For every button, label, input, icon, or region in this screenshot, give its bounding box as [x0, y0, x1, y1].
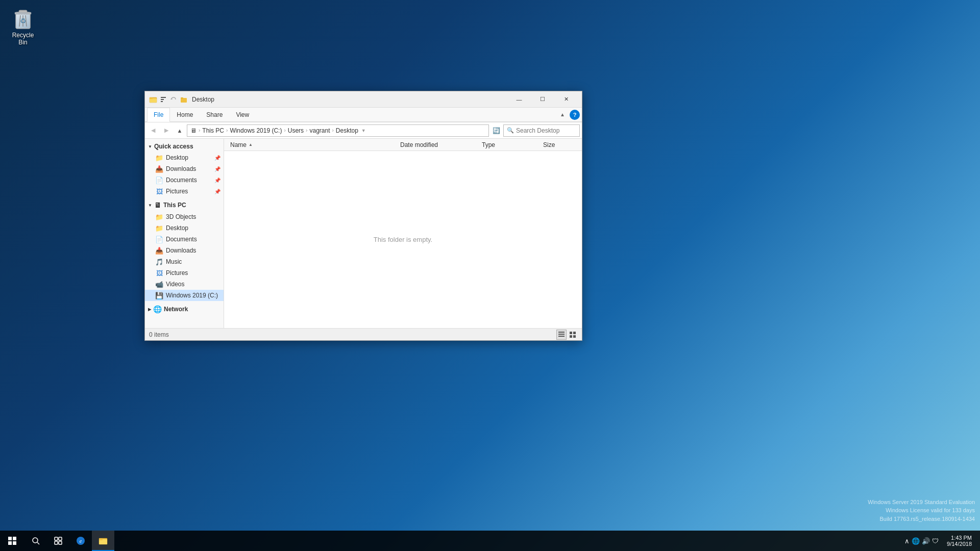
svg-rect-14 [558, 332, 565, 333]
sidebar-item-desktop-quick[interactable]: 📁 Desktop 📌 [145, 152, 224, 163]
close-button[interactable]: ✕ [554, 91, 578, 108]
minimize-button[interactable]: — [507, 91, 531, 108]
tab-file[interactable]: File [147, 108, 170, 122]
svg-rect-18 [573, 332, 576, 334]
search-input[interactable] [516, 127, 576, 134]
taskbar-volume-icon[interactable]: 🔊 [922, 537, 930, 545]
svg-rect-19 [570, 335, 572, 338]
sidebar-item-downloads-quick[interactable]: 📥 Downloads 📌 [145, 163, 224, 174]
documents-pc-folder-icon: 📄 [155, 235, 163, 243]
sidebar-item-3dobjects-label: 3D Objects [166, 213, 196, 220]
undo-icon[interactable] [169, 95, 178, 104]
music-folder-icon: 🎵 [155, 258, 163, 266]
sidebar-item-windows-drive[interactable]: 💾 Windows 2019 (C:) [145, 290, 224, 301]
taskbar-ie-button[interactable]: e [69, 531, 92, 551]
sidebar-item-downloads-pc-label: Downloads [166, 247, 196, 254]
network-section: ▶ 🌐 Network [145, 303, 224, 315]
videos-folder-icon: 📹 [155, 280, 163, 288]
taskbar-explorer-button[interactable] [92, 531, 114, 551]
taskbar-search-button[interactable] [24, 531, 47, 551]
up-button[interactable]: ▲ [174, 124, 186, 137]
taskbar-network-icon[interactable]: 🌐 [912, 537, 920, 545]
path-desktop[interactable]: Desktop [336, 127, 358, 134]
svg-rect-29 [55, 541, 58, 544]
sidebar-item-pictures-quick[interactable]: 🖼 Pictures 📌 [145, 186, 224, 197]
pictures-folder-icon: 🖼 [155, 187, 163, 195]
ribbon-tabs: File Home Share View ▲ ? [145, 108, 582, 122]
taskbar-clock[interactable]: 1:43 PM 9/14/2018 [943, 535, 976, 547]
quick-access-icon[interactable] [159, 95, 167, 104]
col-header-modified[interactable]: Date modified [396, 141, 478, 148]
this-pc-chevron: ▼ [148, 203, 152, 208]
network-icon: 🌐 [153, 305, 162, 313]
maximize-button[interactable]: ☐ [531, 91, 554, 108]
sidebar-item-videos[interactable]: 📹 Videos [145, 279, 224, 290]
sidebar-item-documents-pc[interactable]: 📄 Documents [145, 234, 224, 245]
svg-rect-20 [573, 335, 576, 338]
desktop-folder-icon: 📁 [155, 154, 163, 162]
svg-rect-9 [150, 98, 157, 103]
svg-rect-35 [99, 538, 103, 540]
large-icons-view-button[interactable] [568, 330, 578, 340]
help-button[interactable]: ? [570, 110, 580, 120]
network-header[interactable]: ▶ 🌐 Network [145, 303, 224, 315]
sidebar-item-documents-quick[interactable]: 📄 Documents 📌 [145, 174, 224, 186]
ribbon-expand-button[interactable]: ▲ [557, 110, 568, 120]
recycle-bin-label: Recycle Bin [7, 32, 39, 46]
tab-view[interactable]: View [229, 108, 256, 122]
svg-rect-21 [8, 537, 12, 540]
status-items-count: 0 items [149, 331, 169, 338]
svg-rect-22 [13, 537, 16, 540]
task-view-button[interactable] [47, 531, 69, 551]
svg-point-25 [33, 538, 38, 543]
svg-rect-24 [13, 541, 16, 545]
path-vagrant[interactable]: vagrant [309, 127, 330, 134]
col-header-size[interactable]: Size [539, 141, 580, 148]
path-thispc[interactable]: This PC [202, 127, 224, 134]
svg-rect-28 [59, 537, 62, 540]
this-pc-header[interactable]: ▼ 🖥 This PC [145, 199, 224, 211]
downloads-pc-folder-icon: 📥 [155, 246, 163, 255]
tab-share[interactable]: Share [200, 108, 229, 122]
col-header-type[interactable]: Type [478, 141, 539, 148]
sidebar-item-pictures-pc-label: Pictures [166, 269, 188, 277]
start-button[interactable] [0, 531, 24, 551]
pictures-pc-folder-icon: 🖼 [155, 269, 163, 277]
pin-icon-downloads: 📌 [214, 166, 220, 172]
quick-access-chevron: ▼ [148, 144, 152, 149]
svg-rect-15 [558, 334, 565, 335]
sidebar-item-desktop-pc-label: Desktop [166, 224, 188, 232]
pin-icon-documents: 📌 [214, 178, 220, 183]
pin-icon-pictures: 📌 [214, 189, 220, 194]
sidebar-item-desktop-pc[interactable]: 📁 Desktop [145, 222, 224, 234]
sidebar-item-pictures-pc[interactable]: 🖼 Pictures [145, 267, 224, 279]
this-pc-icon: 🖥 [154, 201, 161, 209]
this-pc-section: ▼ 🖥 This PC 📁 3D Objects 📁 Desktop 📄 [145, 199, 224, 301]
details-view-button[interactable] [556, 330, 567, 340]
file-area: Name ▲ Date modified Type Size This f [224, 139, 582, 328]
forward-button: ▶ [160, 124, 173, 137]
quick-access-header[interactable]: ▼ Quick access [145, 141, 224, 152]
sidebar-item-3dobjects[interactable]: 📁 3D Objects [145, 211, 224, 222]
address-path[interactable]: 🖥 › This PC › Windows 2019 (C:) › Users … [187, 124, 489, 137]
tab-home[interactable]: Home [170, 108, 200, 122]
svg-text:♻: ♻ [20, 17, 27, 25]
pin-icon-desktop: 📌 [214, 155, 220, 161]
sidebar-item-music[interactable]: 🎵 Music [145, 256, 224, 267]
3dobjects-folder-icon: 📁 [155, 213, 163, 221]
taskbar-system-icons: ∧ 🌐 🔊 🛡 [902, 537, 941, 545]
col-header-name[interactable]: Name ▲ [226, 141, 396, 148]
taskbar-right: ∧ 🌐 🔊 🛡 1:43 PM 9/14/2018 [902, 535, 980, 547]
taskbar-chevron-icon[interactable]: ∧ [904, 537, 910, 545]
recycle-bin-icon[interactable]: ♻ Recycle Bin [5, 5, 41, 48]
refresh-button[interactable]: 🔄 [490, 124, 502, 137]
drive-icon: 💾 [155, 291, 163, 299]
svg-rect-17 [570, 332, 572, 334]
sidebar-item-downloads-pc[interactable]: 📥 Downloads [145, 245, 224, 256]
search-icon: 🔍 [507, 127, 514, 134]
taskbar-security-icon[interactable]: 🛡 [932, 537, 939, 545]
sidebar-item-downloads-label: Downloads [166, 165, 196, 172]
path-users[interactable]: Users [288, 127, 304, 134]
folder-icon [180, 95, 188, 104]
path-drive[interactable]: Windows 2019 (C:) [230, 127, 282, 134]
